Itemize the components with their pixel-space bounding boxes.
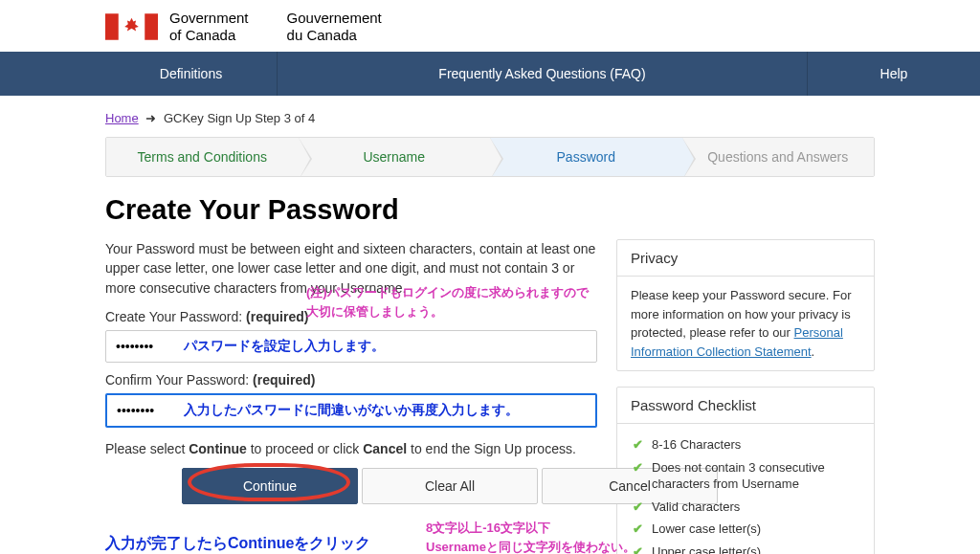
annotation-rules: 8文字以上-16文字以下 Usernameと同じ文字列を使わない。 有効文字を使… — [426, 519, 637, 554]
privacy-panel: Privacy Please keep your Password secure… — [616, 239, 875, 371]
confirm-password-input[interactable] — [105, 393, 597, 428]
page-title: Create Your Password — [105, 194, 875, 226]
create-password-label: Create Your Password: (required) — [105, 309, 597, 324]
instruction-line: Please select Continue to proceed or cli… — [105, 441, 597, 456]
password-checklist: 8-16 Characters Does not contain 3 conse… — [631, 433, 860, 554]
nav-faq[interactable]: Frequently Asked Questions (FAQ) — [278, 52, 808, 96]
confirm-password-label: Confirm Your Password: (required) — [105, 372, 597, 388]
checklist-item: Lower case letter(s) — [631, 518, 860, 541]
nav-definitions[interactable]: Definitions — [105, 52, 278, 96]
annotation-continue: 入力が完了したらContinueをクリック — [105, 534, 370, 554]
step-password: Password — [490, 138, 682, 176]
top-nav: Definitions Frequently Asked Questions (… — [0, 52, 980, 96]
breadcrumb: Home ➜ GCKey Sign Up Step 3 of 4 — [105, 105, 875, 137]
gov-name-en: Government of Canada — [169, 10, 249, 44]
site-header: Government of Canada Gouvernement du Can… — [0, 0, 980, 52]
svg-rect-1 — [105, 13, 119, 40]
continue-button[interactable]: Continue — [182, 468, 358, 504]
step-terms: Terms and Conditions — [106, 138, 299, 176]
create-password-input[interactable] — [105, 330, 597, 363]
clear-all-button[interactable]: Clear All — [362, 468, 538, 504]
progress-steps: Terms and Conditions Username Password Q… — [105, 137, 875, 177]
step-username: Username — [299, 138, 491, 176]
password-requirements-text: Your Password must be between eight and … — [105, 239, 597, 298]
checklist-panel-title: Password Checklist — [617, 388, 874, 424]
privacy-panel-body: Please keep your Password secure. For mo… — [617, 277, 874, 370]
breadcrumb-home[interactable]: Home — [105, 111, 139, 125]
checklist-item: 8-16 Characters — [631, 433, 860, 456]
svg-rect-2 — [145, 13, 158, 40]
checklist-panel: Password Checklist 8-16 Characters Does … — [616, 387, 875, 554]
step-questions: Questions and Answers — [682, 138, 875, 176]
checklist-item: Does not contain 3 consecutive character… — [631, 456, 860, 496]
canada-flag-icon — [105, 13, 158, 40]
checklist-item: Valid characters — [631, 496, 860, 519]
checklist-item: Upper case letter(s) — [631, 541, 860, 554]
arrow-right-icon: ➜ — [145, 111, 156, 125]
nav-help[interactable]: Help — [808, 52, 980, 96]
gov-name-fr: Gouvernement du Canada — [287, 10, 382, 44]
privacy-panel-title: Privacy — [617, 240, 874, 277]
breadcrumb-current: GCKey Sign Up Step 3 of 4 — [164, 111, 315, 125]
